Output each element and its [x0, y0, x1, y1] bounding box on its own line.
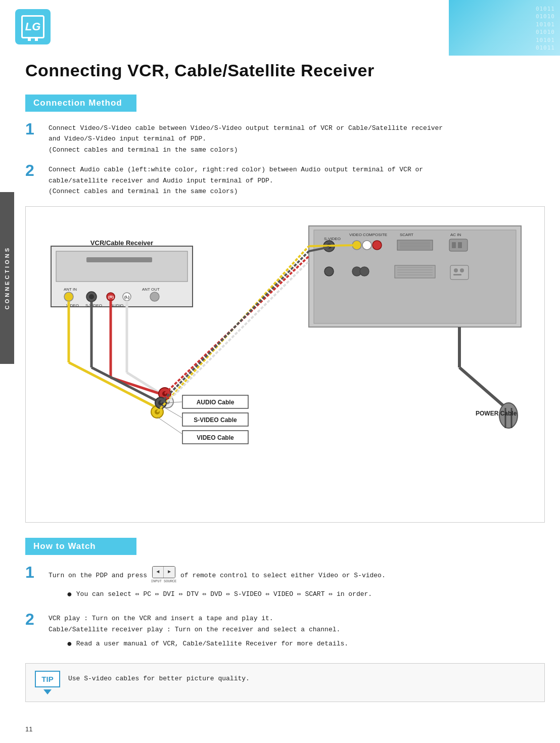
tip-triangle [43, 689, 52, 694]
remote-control-buttons: ◄ ► [152, 566, 175, 578]
svg-rect-1 [56, 251, 188, 282]
step2-bullet: ● Read a user manual of VCR, Cable/Satel… [67, 639, 348, 650]
svg-text:S-VIDEO Cable: S-VIDEO Cable [194, 416, 237, 424]
step1-bullet: ● You can select ⇔ PC ⇔ DVI ⇔ DTV ⇔ DVD … [67, 589, 386, 600]
svg-line-18 [69, 362, 157, 408]
svg-rect-61 [458, 242, 462, 248]
how-to-step-2: 2 VCR play : Turn on the VCR and insert … [25, 613, 545, 654]
svg-point-72 [460, 268, 464, 272]
connection-method-header: Connection Method [25, 95, 136, 112]
svg-line-81 [459, 367, 506, 408]
svg-point-62 [324, 267, 334, 276]
svg-rect-73 [453, 274, 461, 275]
remote-right-btn[interactable]: ► [164, 567, 175, 578]
svg-text:SCART: SCART [400, 233, 413, 237]
tip-text: Use S-video cables for better picture qu… [68, 671, 250, 682]
tip-badge: TIP [35, 671, 60, 687]
svg-text:AUDIO: AUDIO [111, 303, 123, 308]
svg-point-7 [89, 294, 94, 299]
step1-text-before: Turn on the PDP and press [49, 570, 147, 581]
page-title: Connecting VCR, Cable/Satellite Receiver [25, 61, 545, 80]
page-number: 11 [25, 725, 32, 733]
svg-text:S-VIDEO: S-VIDEO [324, 237, 341, 241]
how-to-watch-header: How to Watch [25, 538, 136, 555]
step-number-1: 1 [25, 121, 43, 137]
how-to-step-1: 1 Turn on the PDP and press ◄ ► INPUT SO… [25, 566, 545, 605]
decorative-lines: 010110101010101010101010101011 [536, 5, 555, 52]
sidebar-label: CONNECTIONS [4, 246, 10, 309]
how-to-step-text-2: VCR play : Turn on the VCR and insert a … [49, 613, 348, 654]
svg-text:AC IN: AC IN [450, 233, 461, 237]
svg-text:VIDEO Cable: VIDEO Cable [197, 434, 234, 441]
how-to-step-number-1: 1 [25, 564, 43, 580]
connection-diagram-svg: VCR/Cable Receiver ANT IN (R) (L) ANT OU… [36, 216, 531, 509]
svg-text:S-VIDEO: S-VIDEO [85, 303, 102, 308]
how-to-watch-section: How to Watch 1 Turn on the PDP and press… [25, 538, 545, 702]
svg-point-50 [372, 241, 382, 250]
logo-stand [28, 37, 38, 41]
step-text-1: Connect Video/S-Video cable between Vide… [49, 123, 443, 155]
svg-text:POWER Cable: POWER Cable [476, 410, 517, 417]
connection-step-1: 1 Connect Video/S-Video cable between Vi… [25, 123, 545, 155]
main-content: Connecting VCR, Cable/Satellite Receiver… [25, 0, 545, 702]
tip-badge-container: TIP [35, 671, 68, 694]
svg-text:VIDEO COMPOSITE: VIDEO COMPOSITE [349, 233, 387, 237]
svg-rect-2 [86, 257, 152, 262]
left-sidebar: CONNECTIONS [0, 192, 14, 364]
svg-text:(R): (R) [108, 295, 114, 299]
how-to-step-text-1: Turn on the PDP and press ◄ ► INPUT SOUR… [49, 566, 386, 605]
svg-text:VCR/Cable  Receiver: VCR/Cable Receiver [90, 239, 153, 247]
svg-point-13 [150, 292, 159, 301]
svg-line-75 [309, 245, 357, 246]
svg-line-40 [161, 405, 182, 418]
svg-text:ANT IN: ANT IN [64, 287, 77, 292]
svg-line-41 [157, 417, 182, 434]
tip-box: TIP Use S-video cables for better pictur… [25, 663, 545, 702]
svg-rect-60 [452, 242, 456, 248]
svg-text:(L): (L) [124, 295, 130, 299]
connection-diagram: VCR/Cable Receiver ANT IN (R) (L) ANT OU… [25, 206, 545, 523]
step-number-2: 2 [25, 162, 43, 178]
step1-text-after: of remote control to select either Video… [180, 570, 386, 581]
logo-text: LG [25, 20, 41, 33]
step1-bullet-text: You can select ⇔ PC ⇔ DVI ⇔ DTV ⇔ DVD ⇔ … [76, 589, 372, 600]
svg-rect-70 [450, 265, 469, 280]
remote-input-label: INPUT SOURCE [151, 579, 176, 585]
svg-point-49 [362, 241, 371, 250]
svg-text:AUDIO Cable: AUDIO Cable [197, 399, 235, 406]
connection-method-section: Connection Method 1 Connect Video/S-Vide… [25, 95, 545, 523]
svg-point-5 [64, 292, 73, 301]
svg-text:ANT OUT: ANT OUT [142, 287, 160, 292]
svg-line-24 [91, 367, 161, 403]
svg-point-64 [360, 267, 369, 276]
step-text-2: Connect Audio cable (left:white color, r… [49, 164, 423, 197]
top-decorative-bar: 010110101010101010101010101011 [449, 0, 560, 56]
connection-step-2: 2 Connect Audio cable (left:white color,… [25, 164, 545, 197]
logo-container: LG [15, 9, 51, 44]
how-to-step-number-2: 2 [25, 611, 43, 627]
svg-point-71 [454, 268, 458, 272]
logo-icon: LG [21, 15, 44, 38]
step2-bullet-text: Read a user manual of VCR, Cable/Satelli… [76, 639, 348, 649]
remote-left-btn[interactable]: ◄ [153, 567, 164, 578]
